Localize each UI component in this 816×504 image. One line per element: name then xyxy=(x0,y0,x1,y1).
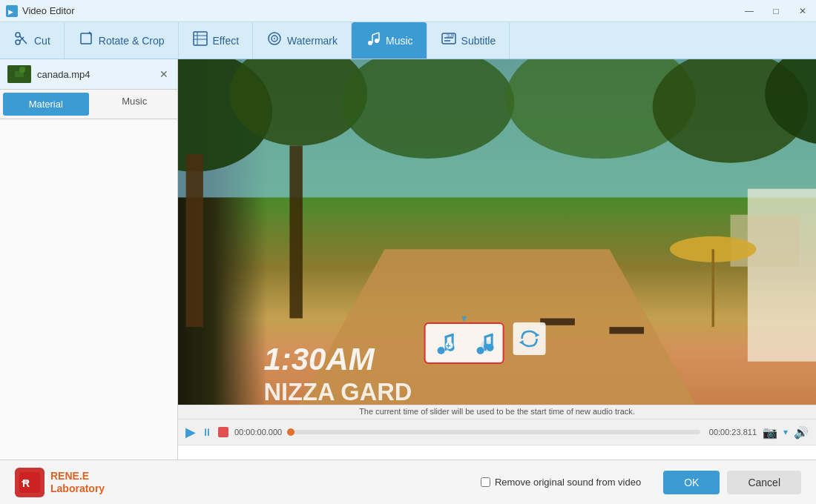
timeline-track[interactable] xyxy=(291,430,700,434)
close-button[interactable]: ✕ xyxy=(789,0,816,22)
tab-watermark[interactable]: Watermark xyxy=(253,22,352,59)
svg-text:+: + xyxy=(484,342,488,351)
svg-rect-42 xyxy=(609,327,644,334)
cancel-button[interactable]: Cancel xyxy=(727,471,801,494)
cut-icon xyxy=(13,30,30,50)
renee-logo-icon: R xyxy=(19,472,40,493)
remove-sound-checkbox-area: Remove original sound from video xyxy=(481,477,641,488)
stop-button[interactable] xyxy=(218,427,228,437)
effect-icon xyxy=(192,30,208,50)
svg-point-16 xyxy=(375,39,379,43)
replace-audio-button[interactable] xyxy=(513,322,546,355)
svg-rect-8 xyxy=(194,32,207,45)
logo-line2: Laboratory xyxy=(50,483,105,495)
ok-button[interactable]: OK xyxy=(663,471,720,494)
minimize-button[interactable]: — xyxy=(736,0,763,22)
camera-dropdown[interactable]: ▾ xyxy=(783,427,788,437)
video-action-buttons: ▾ + xyxy=(424,322,546,364)
music-icon xyxy=(365,30,381,50)
svg-point-15 xyxy=(368,41,372,45)
file-name: canada.mp4 xyxy=(37,69,158,80)
subtitle-icon: SUB xyxy=(441,30,457,50)
svg-point-45 xyxy=(438,347,445,354)
logo-area: R RENE.E Laboratory xyxy=(15,468,105,497)
add-music-file-icon: + xyxy=(432,330,458,357)
svg-text:SUB: SUB xyxy=(447,33,455,38)
screenshot-button[interactable]: 📷 xyxy=(763,425,777,440)
file-close-button[interactable]: ✕ xyxy=(158,67,170,82)
timeline-thumb[interactable] xyxy=(287,428,295,436)
svg-rect-64 xyxy=(22,481,27,483)
tab-music-label: Music xyxy=(386,35,413,47)
file-thumbnail xyxy=(7,65,31,83)
play-button[interactable]: ▶ xyxy=(185,424,196,440)
tab-subtitle[interactable]: SUB Subtitle xyxy=(427,22,510,59)
file-tab: canada.mp4 ✕ xyxy=(0,59,177,90)
info-text: The current time of slider will be used … xyxy=(359,407,635,416)
tab-subtitle-label: Subtitle xyxy=(461,35,496,47)
panel-tab-music[interactable]: Music xyxy=(92,90,178,119)
svg-text:▶: ▶ xyxy=(8,8,13,16)
svg-text:R: R xyxy=(22,477,30,489)
svg-rect-6 xyxy=(81,33,91,44)
time-start: 00:00:00.000 xyxy=(234,428,282,437)
dropdown-arrow-icon: ▾ xyxy=(461,312,467,324)
volume-button[interactable]: 🔊 xyxy=(794,425,809,440)
tab-effect[interactable]: Effect xyxy=(179,22,254,59)
app-icon: ▶ xyxy=(6,5,18,17)
bottom-bar: R RENE.E Laboratory Remove original soun… xyxy=(0,460,816,504)
replace-audio-icon xyxy=(516,325,543,352)
add-music-group: ▾ + xyxy=(424,322,504,364)
remove-sound-checkbox[interactable] xyxy=(481,477,490,487)
svg-text:1:30AM: 1:30AM xyxy=(263,342,375,377)
window-controls: — □ ✕ xyxy=(736,0,816,22)
main-content: canada.mp4 ✕ Material Music xyxy=(0,59,816,504)
info-bar: The current time of slider will be used … xyxy=(178,405,816,419)
add-recording-icon: + xyxy=(470,330,497,357)
svg-marker-60 xyxy=(536,333,540,337)
svg-line-19 xyxy=(372,33,379,35)
svg-point-26 xyxy=(19,67,25,73)
music-action-group: + + xyxy=(424,322,504,364)
tab-watermark-label: Watermark xyxy=(287,35,338,47)
panel-tabs: Material Music xyxy=(0,90,177,119)
video-preview: 1:30AM NIZZA GARD ▾ xyxy=(178,59,816,405)
svg-rect-34 xyxy=(186,154,203,327)
logo-icon: R xyxy=(15,468,45,497)
tab-bar: Cut Rotate & Crop Effect Watermark Music… xyxy=(0,22,816,59)
tab-rotate-label: Rotate & Crop xyxy=(99,35,165,47)
tab-cut[interactable]: Cut xyxy=(0,22,65,59)
logo-text: RENE.E Laboratory xyxy=(50,470,105,495)
right-panel: 1:30AM NIZZA GARD ▾ xyxy=(178,59,816,504)
svg-point-14 xyxy=(274,38,275,39)
left-panel: canada.mp4 ✕ Material Music xyxy=(0,59,178,504)
maximize-button[interactable]: □ xyxy=(763,0,789,22)
panel-content-area xyxy=(0,119,177,504)
add-music-file-button[interactable]: + xyxy=(429,327,461,359)
tab-cut-label: Cut xyxy=(34,35,50,47)
time-end: 00:00:23.811 xyxy=(709,428,757,437)
logo-line1: RENE.E xyxy=(50,470,105,483)
svg-rect-35 xyxy=(289,146,302,319)
svg-text:+: + xyxy=(447,342,451,350)
pause-button[interactable]: ⏸ xyxy=(202,426,212,438)
add-recording-button[interactable]: + xyxy=(467,327,500,359)
tab-effect-label: Effect xyxy=(213,35,240,47)
watermark-icon xyxy=(266,30,283,50)
svg-marker-61 xyxy=(519,340,524,345)
tab-music[interactable]: Music xyxy=(352,22,427,59)
remove-sound-label: Remove original sound from video xyxy=(495,477,641,488)
svg-text:NIZZA GARD: NIZZA GARD xyxy=(263,378,412,405)
playback-bar: ▶ ⏸ 00:00:00.000 00:00:23.811 📷 ▾ 🔊 xyxy=(178,419,816,445)
panel-tab-material[interactable]: Material xyxy=(3,93,89,116)
rotate-icon xyxy=(78,30,94,50)
title-bar: ▶ Video Editor — □ ✕ xyxy=(0,0,816,22)
tab-rotate[interactable]: Rotate & Crop xyxy=(65,22,179,59)
app-title: Video Editor xyxy=(22,5,75,16)
